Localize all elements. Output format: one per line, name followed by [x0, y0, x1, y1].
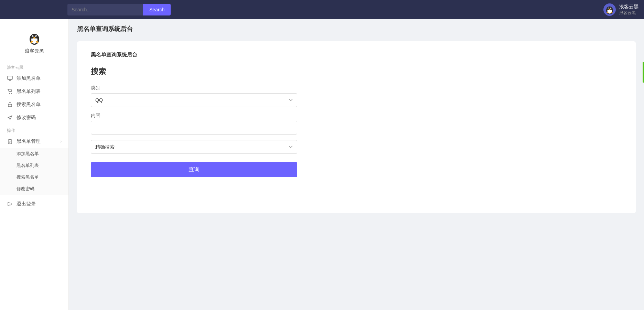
- navbar-username: 浪客云黑: [619, 3, 638, 10]
- sidebar-submenu-blacklist: 添加黑名单 黑名单列表 搜索黑名单 修改密码: [0, 148, 68, 195]
- sidebar-item-add-blacklist-label: 添加黑名单: [17, 75, 41, 82]
- navbar-search-wrap: Search: [67, 4, 171, 15]
- content-label: 内容: [91, 113, 297, 119]
- sidebar-logo: 浪客云黑: [0, 26, 68, 61]
- sidebar-subitem-blacklist-list[interactable]: 黑名单列表: [0, 160, 68, 171]
- sidebar-item-blacklist-label: 黑名单列表: [17, 88, 41, 95]
- category-group: 类别 QQ 微信 手机: [91, 85, 297, 107]
- sidebar-section2-label: 操作: [0, 124, 68, 135]
- sidebar: 浪客云黑 浪客云黑 添加黑名单 黑名单列表: [0, 19, 69, 310]
- search-type-select[interactable]: 精确搜索 模糊搜索: [91, 140, 297, 154]
- sidebar-subitem-search-blacklist[interactable]: 搜索黑名单: [0, 171, 68, 183]
- category-label: 类别: [91, 85, 297, 91]
- card-section-title: 黑名单查询系统后台: [91, 52, 622, 58]
- sidebar-item-logout-label: 退出登录: [17, 201, 36, 207]
- sidebar-item-search-blacklist[interactable]: 搜索黑名单: [0, 98, 68, 111]
- svg-rect-27: [8, 104, 12, 107]
- navbar-user: 浪客云黑 浪客云黑: [603, 3, 638, 16]
- monitor-icon: [7, 75, 13, 82]
- navbar: Search 浪客云黑 浪客云黑: [0, 0, 644, 19]
- search-form: 搜索 类别 QQ 微信 手机 内容 精确搜索 模糊搜索: [91, 66, 622, 177]
- logout-icon: [7, 201, 13, 207]
- accent-bar: [643, 62, 644, 83]
- sidebar-logo-name: 浪客云黑: [0, 48, 68, 54]
- layout: 浪客云黑 浪客云黑 添加黑名单 黑名单列表: [0, 19, 644, 310]
- svg-point-25: [9, 93, 10, 94]
- sidebar-item-blacklist-management[interactable]: 黑名单管理 ›: [0, 135, 68, 148]
- page-header-row: 黑名单查询系统后台 黑名单查询系统后台 › 黑名单查询系统后台: [77, 25, 636, 36]
- content-card: 黑名单查询系统后台 搜索 类别 QQ 微信 手机 内容: [77, 41, 636, 213]
- send-icon: [7, 115, 13, 121]
- sidebar-item-blacklist-management-label: 黑名单管理: [17, 138, 41, 145]
- svg-point-17: [32, 36, 33, 36]
- lock-icon: [7, 101, 13, 108]
- svg-rect-22: [8, 76, 12, 79]
- clipboard-icon: [7, 138, 13, 145]
- sidebar-item-change-password[interactable]: 修改密码: [0, 111, 68, 124]
- navbar-username-sub: 浪客云黑: [619, 10, 638, 16]
- cart-icon: [7, 88, 13, 95]
- chevron-right-icon: ›: [60, 139, 62, 144]
- sidebar-item-search-blacklist-label: 搜索黑名单: [17, 101, 41, 108]
- navbar-search-button[interactable]: Search: [143, 4, 171, 15]
- search-type-group: 精确搜索 模糊搜索: [91, 140, 297, 154]
- avatar: [603, 3, 616, 16]
- svg-point-19: [33, 37, 35, 39]
- sidebar-item-blacklist[interactable]: 黑名单列表: [0, 85, 68, 98]
- navbar-search-input[interactable]: [67, 4, 143, 15]
- sidebar-subitem-add-blacklist[interactable]: 添加黑名单: [0, 148, 68, 160]
- main-content: 黑名单查询系统后台 黑名单查询系统后台 › 黑名单查询系统后台 黑名单查询系统后…: [69, 19, 644, 310]
- svg-point-26: [11, 93, 12, 94]
- search-submit-button[interactable]: 查询: [91, 162, 297, 177]
- svg-point-7: [611, 8, 611, 9]
- sidebar-section1-label: 浪客云黑: [0, 61, 68, 72]
- svg-point-6: [608, 8, 609, 9]
- sidebar-item-change-password-label: 修改密码: [17, 115, 36, 121]
- page-title: 黑名单查询系统后台: [77, 25, 133, 33]
- svg-point-8: [609, 9, 610, 10]
- svg-point-18: [36, 36, 36, 36]
- sidebar-subitem-change-password[interactable]: 修改密码: [0, 183, 68, 195]
- content-input[interactable]: [91, 121, 297, 135]
- sidebar-logo-icon: [26, 30, 43, 47]
- category-select[interactable]: QQ 微信 手机: [91, 93, 297, 107]
- navbar-user-info: 浪客云黑 浪客云黑: [619, 3, 638, 15]
- content-group: 内容: [91, 113, 297, 135]
- sidebar-item-logout[interactable]: 退出登录: [0, 197, 68, 211]
- sidebar-item-add-blacklist[interactable]: 添加黑名单: [0, 72, 68, 85]
- search-form-title: 搜索: [91, 66, 622, 77]
